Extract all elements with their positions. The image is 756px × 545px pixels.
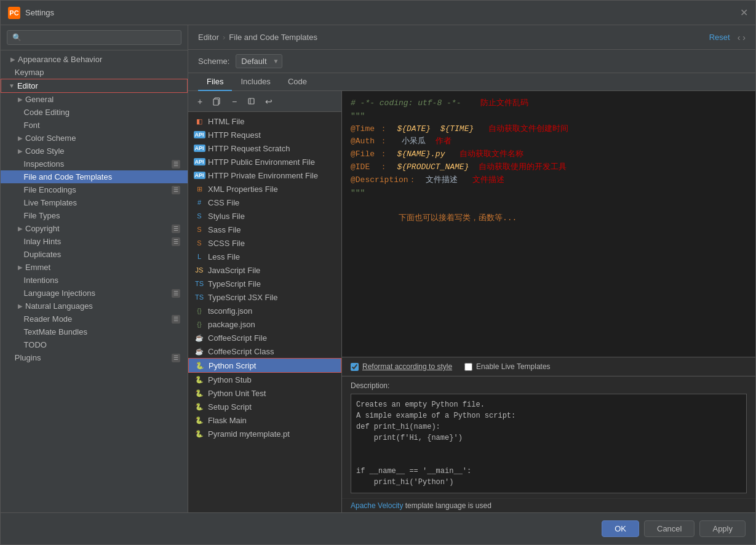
list-item[interactable]: ⊞ XML Properties File — [188, 182, 341, 196]
list-item[interactable]: API HTTP Request Scratch — [188, 141, 341, 155]
reset-button[interactable]: Reset — [709, 33, 730, 42]
template-editor: # -*- coding: utf-8 -*- 防止文件乱码 """ @Time… — [342, 91, 755, 512]
sidebar-item-intentions[interactable]: Intentions — [1, 274, 188, 287]
live-templates-checkbox-label[interactable]: Enable Live Templates — [464, 362, 551, 371]
close-button[interactable]: ✕ — [740, 7, 748, 18]
sidebar-item-file-types[interactable]: File Types — [1, 209, 188, 222]
list-item[interactable]: {} package.json — [188, 317, 341, 331]
list-item[interactable]: API HTTP Private Environment File — [188, 169, 341, 182]
sidebar-item-editor[interactable]: ▼ Editor — [1, 79, 188, 93]
sidebar-item-inspections[interactable]: Inspections ☰ — [1, 157, 188, 170]
list-item[interactable]: JS JavaScript File — [188, 263, 341, 277]
list-item[interactable]: 🐍 Flask Main — [188, 413, 341, 427]
ok-button[interactable]: OK — [602, 520, 639, 537]
code-editor[interactable]: # -*- coding: utf-8 -*- 防止文件乱码 """ @Time… — [342, 91, 755, 357]
copy-template-button[interactable] — [210, 95, 224, 108]
tsconfig-icon: {} — [194, 306, 204, 316]
sidebar-item-copyright[interactable]: ▶ Copyright ☰ — [1, 222, 188, 235]
sidebar-item-font[interactable]: Font — [1, 119, 188, 132]
list-item[interactable]: 🐍 Python Unit Test — [188, 386, 341, 400]
right-panel: Editor › File and Code Templates Reset ‹… — [188, 25, 755, 512]
nav-forward-button[interactable]: › — [742, 33, 746, 42]
undo-button[interactable]: ↩ — [262, 95, 276, 108]
sidebar-item-live-templates[interactable]: Live Templates — [1, 196, 188, 209]
list-item[interactable]: TS TypeScript File — [188, 277, 341, 290]
cancel-button[interactable]: Cancel — [644, 520, 694, 537]
search-box — [1, 25, 188, 50]
nav-back-button[interactable]: ‹ — [738, 33, 741, 42]
reformat-checkbox[interactable] — [351, 363, 359, 371]
sidebar-item-code-style[interactable]: ▶ Code Style — [1, 145, 188, 157]
list-item[interactable]: TS TypeScript JSX File — [188, 290, 341, 304]
scheme-select[interactable]: Default Project — [236, 54, 282, 68]
sidebar-item-plugins[interactable]: Plugins ☰ — [1, 351, 188, 364]
sidebar-item-natural-languages[interactable]: ▶ Natural Languages — [1, 300, 188, 312]
remove-template-button[interactable]: − — [228, 95, 241, 108]
sidebar-item-todo[interactable]: TODO — [1, 338, 188, 351]
file-item-label: XML Properties File — [208, 185, 278, 194]
sidebar-item-reader-mode[interactable]: Reader Mode ☰ — [1, 312, 188, 325]
less-icon: L — [194, 252, 204, 261]
sidebar-item-language-injections[interactable]: Language Injections ☰ — [1, 287, 188, 300]
list-item[interactable]: L Less File — [188, 250, 341, 263]
add-template-button[interactable]: + — [193, 95, 207, 108]
list-item[interactable]: {} tsconfig.json — [188, 304, 341, 317]
sidebar-item-appearance[interactable]: ▶ Appearance & Behavior — [1, 53, 188, 66]
tab-code[interactable]: Code — [279, 73, 316, 91]
sidebar-item-file-encodings[interactable]: File Encodings ☰ — [1, 183, 188, 196]
file-item-label: Python Unit Test — [208, 389, 266, 398]
apache-velocity-link[interactable]: Apache Velocity — [351, 501, 403, 510]
tab-files[interactable]: Files — [198, 73, 232, 91]
description-text: Creates an empty Python file. A simple e… — [351, 394, 747, 493]
file-item-label: Less File — [208, 252, 240, 261]
code-line-6: @IDE ： ${PRODUCT_NAME} 自动获取使用的开发工具 — [351, 161, 747, 174]
list-item[interactable]: API HTTP Public Environment File — [188, 155, 341, 169]
list-item[interactable]: 🐍 Setup Script — [188, 400, 341, 413]
sidebar-item-textmate-bundles[interactable]: TextMate Bundles — [1, 325, 188, 338]
sidebar-item-general[interactable]: ▶ General — [1, 93, 188, 106]
file-item-label: Stylus File — [208, 212, 245, 221]
live-templates-checkbox[interactable] — [464, 363, 472, 371]
code-line-1: # -*- coding: utf-8 -*- 防止文件乱码 — [351, 97, 747, 110]
list-item[interactable]: 🐍 Pyramid mytemplate.pt — [188, 427, 341, 440]
breadcrumb-separator: › — [223, 33, 225, 42]
list-item[interactable]: S Sass File — [188, 223, 341, 236]
sidebar: ▶ Appearance & Behavior Keymap ▼ Editor … — [1, 25, 188, 512]
sidebar-item-inlay-hints[interactable]: Inlay Hints ☰ — [1, 235, 188, 248]
reformat-checkbox-label[interactable]: Reformat according to style — [351, 362, 452, 371]
flask-main-icon: 🐍 — [194, 415, 204, 425]
css-icon: # — [194, 197, 204, 207]
list-item[interactable]: ☕ CoffeeScript File — [188, 331, 341, 344]
list-item[interactable]: ☕ CoffeeScript Class — [188, 344, 341, 358]
velocity-rest-text: template language is used — [403, 501, 491, 510]
duplicate-template-button[interactable] — [245, 95, 258, 108]
sidebar-item-file-code-templates[interactable]: File and Code Templates — [1, 170, 188, 183]
list-item[interactable]: # CSS File — [188, 196, 341, 209]
copyright-badge: ☰ — [172, 225, 180, 233]
apply-button[interactable]: Apply — [699, 520, 746, 537]
tab-includes[interactable]: Includes — [232, 73, 279, 91]
file-item-label: Python Stub — [208, 375, 252, 384]
desc-line-5 — [356, 444, 741, 455]
list-item[interactable]: API HTTP Request — [188, 128, 341, 141]
search-input[interactable] — [7, 30, 181, 45]
package-json-icon: {} — [194, 319, 204, 329]
tsx-icon: TS — [194, 292, 204, 302]
sidebar-item-duplicates[interactable]: Duplicates — [1, 248, 188, 261]
list-item[interactable]: ◧ HTML File — [188, 114, 341, 128]
sidebar-item-emmet[interactable]: ▶ Emmet — [1, 261, 188, 274]
list-item[interactable]: S Stylus File — [188, 209, 341, 223]
sidebar-item-keymap[interactable]: Keymap — [1, 66, 188, 79]
sidebar-item-label: Code Style — [25, 146, 65, 156]
settings-window: PC Settings ✕ ▶ Appearance & Behavior Ke… — [0, 0, 756, 545]
desc-line-6 — [356, 455, 741, 466]
list-item[interactable]: 🐍 Python Stub — [188, 373, 341, 386]
sidebar-item-color-scheme[interactable]: ▶ Color Scheme — [1, 132, 188, 145]
list-item[interactable]: S SCSS File — [188, 236, 341, 250]
sidebar-item-code-editing[interactable]: Code Editing — [1, 106, 188, 119]
setup-script-icon: 🐍 — [194, 402, 204, 412]
file-item-label: package.json — [208, 320, 255, 329]
desc-line-2: A simple example of a Python script: — [356, 410, 741, 421]
expand-arrow — [18, 277, 22, 284]
python-script-item[interactable]: 🐍 Python Script — [188, 358, 341, 373]
